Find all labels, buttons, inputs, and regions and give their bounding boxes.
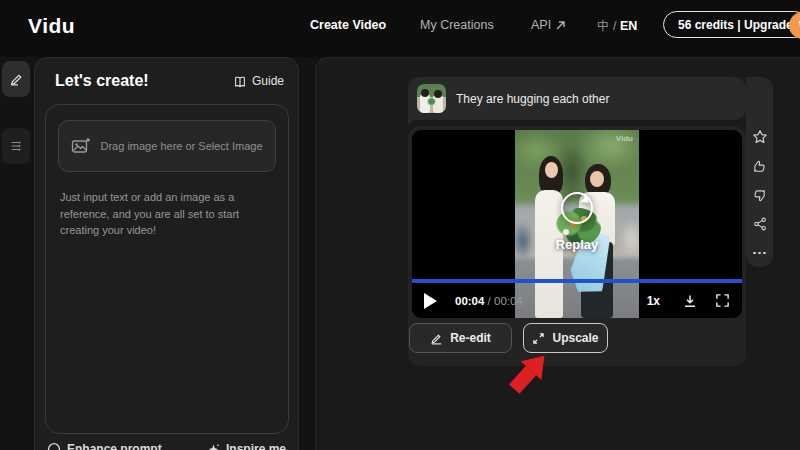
- thumb-bouquet: [427, 97, 436, 106]
- inspire-me-label: Inspire me: [226, 442, 286, 450]
- sparkle-icon: [207, 443, 220, 450]
- fullscreen-icon[interactable]: [715, 293, 730, 308]
- book-icon: [233, 75, 247, 88]
- replay-overlay[interactable]: Replay: [412, 192, 742, 252]
- replay-icon[interactable]: [561, 192, 593, 224]
- lang-separator: /: [610, 19, 620, 33]
- api-label: API: [531, 18, 551, 32]
- language-toggle[interactable]: 中 / EN: [597, 18, 637, 35]
- video-player[interactable]: Vidu Replay 00:04 / 00:04 1x: [412, 130, 742, 318]
- video-woman2-face: [590, 171, 604, 187]
- create-panel: Let's create! Guide Drag image here or S…: [34, 57, 299, 450]
- replay-label: Replay: [556, 237, 599, 252]
- prompt-text: They are hugging each other: [456, 92, 609, 106]
- play-button[interactable]: [424, 293, 437, 309]
- tab-create-video[interactable]: Create Video: [310, 18, 386, 32]
- video-action-rail: [746, 77, 773, 267]
- thumb-head-right: [434, 90, 442, 98]
- download-icon[interactable]: [682, 293, 698, 309]
- edit-pencil-icon: [430, 332, 443, 345]
- add-image-icon: [71, 137, 91, 155]
- playback-speed-button[interactable]: 1x: [647, 294, 660, 308]
- total-time: 00:04: [494, 295, 523, 307]
- share-icon[interactable]: [753, 216, 767, 232]
- nav-api-link[interactable]: API: [531, 18, 566, 32]
- guide-label: Guide: [252, 74, 284, 88]
- prompt-placeholder-text: Just input text or add an image as a ref…: [60, 189, 265, 239]
- thumbs-down-icon[interactable]: [752, 187, 767, 203]
- favorite-star-icon[interactable]: [752, 129, 768, 145]
- inspire-me-button[interactable]: Inspire me: [207, 442, 286, 450]
- tab-my-creations[interactable]: My Creations: [420, 18, 494, 32]
- sidebar-tab-create[interactable]: [2, 61, 30, 97]
- pen-icon: [9, 72, 24, 87]
- app-window: Vidu Create Video My Creations API 中 / E…: [0, 0, 800, 450]
- more-options-icon[interactable]: [753, 245, 766, 261]
- prompt-image-thumbnail[interactable]: [417, 84, 446, 113]
- thumbs-up-icon[interactable]: [752, 158, 767, 174]
- enhance-prompt-label: Enhance prompt: [67, 442, 162, 450]
- reedit-label: Re-edit: [450, 331, 491, 345]
- upload-hint-text: Drag image here or Select Image: [100, 140, 262, 152]
- upscale-label: Upscale: [552, 331, 598, 345]
- image-upload-dropzone[interactable]: Drag image here or Select Image: [58, 120, 276, 172]
- video-woman1-face: [545, 162, 558, 178]
- time-display: 00:04 / 00:04: [455, 295, 523, 307]
- generated-video-card: Vidu Replay 00:04 / 00:04 1x: [408, 126, 746, 366]
- top-bar: Vidu Create Video My Creations API 中 / E…: [0, 0, 800, 57]
- lang-en[interactable]: EN: [620, 19, 637, 33]
- lang-zh[interactable]: 中: [597, 19, 610, 33]
- sidebar-tab-queue[interactable]: [2, 128, 30, 164]
- create-panel-header: Let's create! Guide: [55, 72, 284, 90]
- thumb-head-left: [421, 89, 429, 97]
- current-time: 00:04: [455, 295, 484, 307]
- circle-toggle-icon: [47, 442, 61, 450]
- app-logo: Vidu: [28, 14, 75, 38]
- prompt-message-bubble: They are hugging each other: [408, 77, 746, 120]
- upscale-expand-icon: [532, 332, 545, 345]
- panel-title: Let's create!: [55, 72, 149, 90]
- prompt-tools-row: Enhance prompt Inspire me: [47, 442, 286, 450]
- reedit-button[interactable]: Re-edit: [409, 323, 512, 353]
- video-progress-bar[interactable]: [412, 279, 742, 283]
- player-controls: 00:04 / 00:04 1x: [412, 283, 742, 318]
- time-separator: /: [484, 295, 494, 307]
- prompt-input-area[interactable]: Drag image here or Select Image Just inp…: [45, 104, 289, 434]
- credits-upgrade-button[interactable]: 56 credits | Upgrade: [663, 11, 800, 38]
- guide-button[interactable]: Guide: [233, 74, 284, 88]
- enhance-prompt-toggle[interactable]: Enhance prompt: [47, 442, 162, 450]
- video-watermark: Vidu: [616, 134, 633, 143]
- task-list-icon: [9, 139, 23, 153]
- external-link-arrow-icon: [555, 20, 566, 31]
- ellipsis-dots: [753, 252, 766, 255]
